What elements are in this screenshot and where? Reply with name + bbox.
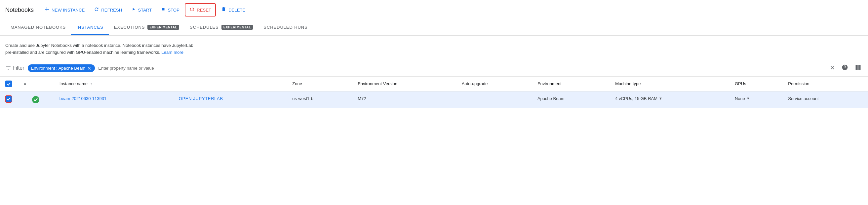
description-section: Create and use Jupyter Notebooks with a … <box>0 36 205 60</box>
delete-label: DELETE <box>228 8 245 12</box>
trash-icon <box>221 7 226 13</box>
machine-type-value: 4 vCPUs, 15 GB RAM <box>615 96 657 101</box>
gpus-dropdown-icon[interactable]: ▼ <box>746 96 750 100</box>
columns-button[interactable] <box>854 63 863 74</box>
reset-button[interactable]: RESET <box>185 3 216 16</box>
auto-upgrade-value: — <box>462 96 466 101</box>
start-button[interactable]: START <box>127 4 156 15</box>
power-icon <box>189 7 195 13</box>
stop-label: STOP <box>167 8 180 12</box>
start-label: START <box>138 8 152 12</box>
select-all-checkbox[interactable] <box>5 80 12 87</box>
tabs-bar: MANAGED NOTEBOOKS INSTANCES EXECUTIONS E… <box>0 20 868 36</box>
machine-type-dropdown-icon[interactable]: ▼ <box>659 96 662 100</box>
stop-button[interactable]: STOP <box>157 4 183 15</box>
th-zone: Zone <box>287 77 352 92</box>
reset-label: RESET <box>197 8 211 12</box>
filter-label: Filter <box>12 65 25 71</box>
open-jupyterlab-button[interactable]: OPEN JUPYTERLAB <box>179 96 223 101</box>
th-auto-upgrade: Auto-upgrade <box>457 77 532 92</box>
row-instance-name-cell: beam-20210630-113931 <box>54 91 174 108</box>
status-running-icon <box>32 96 39 103</box>
row-machine-type-cell: 4 vCPUs, 15 GB RAM ▼ <box>610 91 730 108</box>
zone-value: us-west1-b <box>292 96 313 101</box>
table-row: beam-20210630-113931 OPEN JUPYTERLAB us-… <box>0 91 868 108</box>
refresh-label: REFRESH <box>101 8 122 12</box>
row-checkbox[interactable] <box>6 96 11 102</box>
learn-more-link[interactable]: Learn more <box>162 50 183 55</box>
gpus-value: None <box>735 96 745 101</box>
row-zone-cell: us-west1-b <box>287 91 352 108</box>
filter-chip-apache-beam[interactable]: Environment : Apache Beam ✕ <box>28 64 95 72</box>
tab-schedules[interactable]: SCHEDULES EXPERIMENTAL <box>184 20 258 35</box>
sort-icon-instance-name: ↑ <box>90 81 92 86</box>
filter-bar: Filter Environment : Apache Beam ✕ ✕ <box>0 60 868 77</box>
toolbar: Notebooks NEW INSTANCE REFRESH START STO… <box>0 0 868 20</box>
filter-input[interactable] <box>98 66 825 71</box>
refresh-icon <box>94 7 99 13</box>
help-button[interactable] <box>840 63 849 74</box>
th-machine-type: Machine type <box>610 77 730 92</box>
row-status-cell <box>17 91 54 108</box>
play-icon <box>131 7 136 13</box>
clear-filter-button[interactable]: ✕ <box>829 63 836 73</box>
filter-actions: ✕ <box>829 63 863 74</box>
row-gpus-cell: None ▼ <box>730 91 783 108</box>
new-instance-label: NEW INSTANCE <box>52 8 85 12</box>
tab-scheduled-runs[interactable]: SCHEDULED RUNS <box>258 20 313 35</box>
instance-name-link[interactable]: beam-20210630-113931 <box>60 96 106 101</box>
schedules-badge: EXPERIMENTAL <box>221 25 253 30</box>
filter-chip-close-icon[interactable]: ✕ <box>87 66 92 71</box>
svg-rect-2 <box>162 8 165 10</box>
instances-table: ● Instance name ↑ Zone Environment Versi… <box>0 77 868 108</box>
row-open-cell: OPEN JUPYTERLAB <box>174 91 287 108</box>
svg-rect-1 <box>45 9 49 9</box>
row-checkbox-cell <box>0 91 17 108</box>
executions-badge: EXPERIMENTAL <box>148 25 179 30</box>
env-version-value: M72 <box>358 96 366 101</box>
th-checkbox <box>0 77 17 92</box>
row-auto-upgrade-cell: — <box>457 91 532 108</box>
th-env-version: Environment Version <box>352 77 457 92</box>
plus-icon <box>44 7 50 13</box>
tab-managed-notebooks[interactable]: MANAGED NOTEBOOKS <box>5 20 71 35</box>
th-open <box>174 77 287 92</box>
row-env-version-cell: M72 <box>352 91 457 108</box>
th-environment: Environment <box>532 77 610 92</box>
th-permission: Permission <box>783 77 868 92</box>
environment-value: Apache Beam <box>537 96 564 101</box>
filter-chip-label: Environment : Apache Beam <box>31 66 86 71</box>
th-status: ● <box>17 77 54 92</box>
refresh-button[interactable]: REFRESH <box>90 4 126 16</box>
stop-icon <box>161 7 165 13</box>
th-instance-name[interactable]: Instance name ↑ <box>54 77 174 92</box>
app-title: Notebooks <box>5 7 34 13</box>
new-instance-button[interactable]: NEW INSTANCE <box>40 4 89 16</box>
filter-button[interactable]: Filter <box>5 65 25 71</box>
th-gpus: GPUs <box>730 77 783 92</box>
delete-button[interactable]: DELETE <box>217 4 249 16</box>
permission-value: Service account <box>788 96 819 101</box>
row-environment-cell: Apache Beam <box>532 91 610 108</box>
tab-instances[interactable]: INSTANCES <box>71 20 109 35</box>
row-permission-cell: Service account <box>783 91 868 108</box>
tab-executions[interactable]: EXECUTIONS EXPERIMENTAL <box>109 20 184 35</box>
